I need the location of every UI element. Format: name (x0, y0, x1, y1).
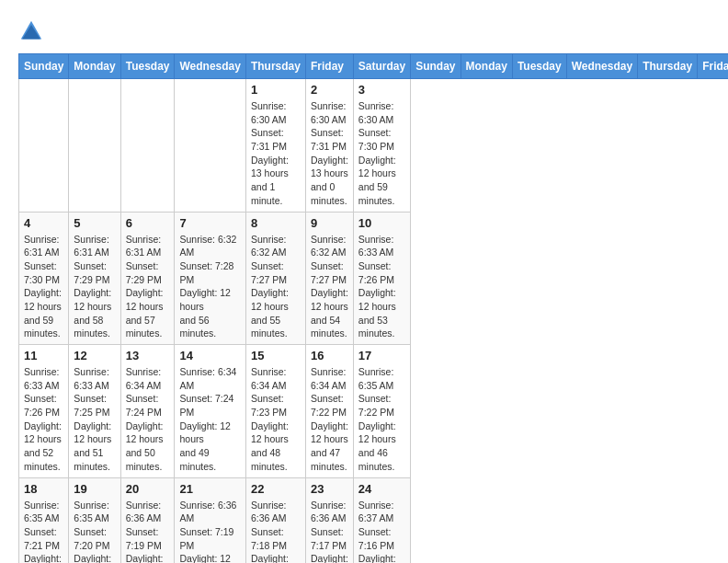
calendar-cell: 12Sunrise: 6:33 AM Sunset: 7:25 PM Dayli… (69, 345, 120, 478)
day-header-thursday: Thursday (245, 54, 305, 79)
day-number: 8 (251, 216, 301, 230)
calendar-week-row: 18Sunrise: 6:35 AM Sunset: 7:21 PM Dayli… (19, 477, 729, 563)
day-header-friday: Friday (698, 54, 728, 79)
svg-marker-1 (22, 25, 40, 39)
day-info: Sunrise: 6:30 AM Sunset: 7:30 PM Dayligh… (358, 99, 405, 208)
day-header-sunday: Sunday (19, 54, 69, 79)
day-info: Sunrise: 6:34 AM Sunset: 7:22 PM Dayligh… (311, 365, 348, 474)
calendar-cell: 2Sunrise: 6:30 AM Sunset: 7:31 PM Daylig… (305, 79, 353, 213)
day-number: 12 (74, 349, 115, 362)
day-info: Sunrise: 6:31 AM Sunset: 7:30 PM Dayligh… (24, 233, 63, 341)
calendar-cell: 3Sunrise: 6:30 AM Sunset: 7:30 PM Daylig… (353, 79, 410, 213)
day-header-monday: Monday (461, 54, 512, 79)
calendar-header-row: SundayMondayTuesdayWednesdayThursdayFrid… (19, 54, 729, 79)
day-header-tuesday: Tuesday (512, 54, 566, 79)
day-info: Sunrise: 6:34 AM Sunset: 7:24 PM Dayligh… (179, 365, 240, 474)
day-header-wednesday: Wednesday (566, 54, 637, 79)
calendar-cell (120, 79, 175, 213)
day-info: Sunrise: 6:37 AM Sunset: 7:16 PM Dayligh… (358, 499, 405, 564)
day-number: 2 (311, 83, 348, 97)
day-number: 18 (24, 482, 63, 496)
day-info: Sunrise: 6:35 AM Sunset: 7:20 PM Dayligh… (74, 499, 115, 564)
calendar-cell: 6Sunrise: 6:31 AM Sunset: 7:29 PM Daylig… (120, 212, 175, 345)
calendar-cell (175, 79, 245, 213)
calendar-cell (19, 79, 69, 213)
day-header-wednesday: Wednesday (175, 54, 245, 79)
day-number: 24 (358, 482, 405, 496)
calendar-cell: 9Sunrise: 6:32 AM Sunset: 7:27 PM Daylig… (305, 212, 353, 345)
day-info: Sunrise: 6:36 AM Sunset: 7:19 PM Dayligh… (126, 499, 170, 564)
calendar-cell: 19Sunrise: 6:35 AM Sunset: 7:20 PM Dayli… (69, 477, 120, 563)
day-info: Sunrise: 6:30 AM Sunset: 7:31 PM Dayligh… (311, 99, 348, 208)
calendar-cell: 10Sunrise: 6:33 AM Sunset: 7:26 PM Dayli… (353, 212, 410, 345)
day-number: 16 (311, 349, 348, 362)
calendar-week-row: 11Sunrise: 6:33 AM Sunset: 7:26 PM Dayli… (19, 345, 729, 478)
day-number: 20 (126, 482, 170, 496)
day-info: Sunrise: 6:32 AM Sunset: 7:27 PM Dayligh… (311, 233, 348, 341)
day-number: 1 (251, 83, 301, 97)
day-number: 7 (179, 216, 240, 230)
day-number: 6 (126, 216, 170, 230)
calendar-cell: 16Sunrise: 6:34 AM Sunset: 7:22 PM Dayli… (305, 345, 353, 478)
day-number: 17 (358, 349, 405, 362)
calendar-cell (69, 79, 120, 213)
calendar-week-row: 1Sunrise: 6:30 AM Sunset: 7:31 PM Daylig… (19, 79, 729, 213)
logo (18, 18, 50, 44)
day-info: Sunrise: 6:34 AM Sunset: 7:24 PM Dayligh… (126, 365, 170, 474)
calendar-cell: 18Sunrise: 6:35 AM Sunset: 7:21 PM Dayli… (19, 477, 69, 563)
day-info: Sunrise: 6:36 AM Sunset: 7:18 PM Dayligh… (251, 499, 301, 564)
day-info: Sunrise: 6:33 AM Sunset: 7:26 PM Dayligh… (358, 233, 405, 341)
calendar-cell: 13Sunrise: 6:34 AM Sunset: 7:24 PM Dayli… (120, 345, 175, 478)
day-number: 5 (74, 216, 115, 230)
calendar-cell: 22Sunrise: 6:36 AM Sunset: 7:18 PM Dayli… (245, 477, 305, 563)
calendar-cell: 5Sunrise: 6:31 AM Sunset: 7:29 PM Daylig… (69, 212, 120, 345)
day-info: Sunrise: 6:31 AM Sunset: 7:29 PM Dayligh… (126, 233, 170, 341)
day-number: 4 (24, 216, 63, 230)
calendar-cell: 11Sunrise: 6:33 AM Sunset: 7:26 PM Dayli… (19, 345, 69, 478)
day-header-thursday: Thursday (638, 54, 698, 79)
day-info: Sunrise: 6:32 AM Sunset: 7:27 PM Dayligh… (251, 233, 301, 341)
calendar-cell: 7Sunrise: 6:32 AM Sunset: 7:28 PM Daylig… (175, 212, 245, 345)
calendar-cell: 20Sunrise: 6:36 AM Sunset: 7:19 PM Dayli… (120, 477, 175, 563)
day-info: Sunrise: 6:36 AM Sunset: 7:19 PM Dayligh… (179, 499, 240, 564)
calendar-cell: 15Sunrise: 6:34 AM Sunset: 7:23 PM Dayli… (245, 345, 305, 478)
calendar-week-row: 4Sunrise: 6:31 AM Sunset: 7:30 PM Daylig… (19, 212, 729, 345)
day-number: 23 (311, 482, 348, 496)
day-info: Sunrise: 6:31 AM Sunset: 7:29 PM Dayligh… (74, 233, 115, 341)
calendar-cell: 14Sunrise: 6:34 AM Sunset: 7:24 PM Dayli… (175, 345, 245, 478)
calendar-cell: 4Sunrise: 6:31 AM Sunset: 7:30 PM Daylig… (19, 212, 69, 345)
calendar-table: SundayMondayTuesdayWednesdayThursdayFrid… (18, 53, 728, 563)
day-header-sunday: Sunday (411, 54, 461, 79)
day-number: 21 (179, 482, 240, 496)
day-info: Sunrise: 6:34 AM Sunset: 7:23 PM Dayligh… (251, 365, 301, 474)
day-header-monday: Monday (69, 54, 120, 79)
day-header-tuesday: Tuesday (120, 54, 175, 79)
day-number: 9 (311, 216, 348, 230)
calendar-cell: 23Sunrise: 6:36 AM Sunset: 7:17 PM Dayli… (305, 477, 353, 563)
calendar-cell: 8Sunrise: 6:32 AM Sunset: 7:27 PM Daylig… (245, 212, 305, 345)
day-number: 15 (251, 349, 301, 362)
calendar-cell: 21Sunrise: 6:36 AM Sunset: 7:19 PM Dayli… (175, 477, 245, 563)
day-info: Sunrise: 6:32 AM Sunset: 7:28 PM Dayligh… (179, 233, 240, 341)
day-info: Sunrise: 6:35 AM Sunset: 7:21 PM Dayligh… (24, 499, 63, 564)
day-info: Sunrise: 6:33 AM Sunset: 7:26 PM Dayligh… (24, 365, 63, 474)
calendar-cell: 1Sunrise: 6:30 AM Sunset: 7:31 PM Daylig… (245, 79, 305, 213)
calendar-cell: 24Sunrise: 6:37 AM Sunset: 7:16 PM Dayli… (353, 477, 410, 563)
logo-icon (18, 18, 44, 44)
day-number: 10 (358, 216, 405, 230)
page-header (18, 18, 710, 44)
day-number: 14 (179, 349, 240, 362)
day-number: 22 (251, 482, 301, 496)
day-header-friday: Friday (305, 54, 353, 79)
day-info: Sunrise: 6:30 AM Sunset: 7:31 PM Dayligh… (251, 99, 301, 208)
day-header-saturday: Saturday (353, 54, 410, 79)
day-number: 3 (358, 83, 405, 97)
day-number: 13 (126, 349, 170, 362)
day-info: Sunrise: 6:35 AM Sunset: 7:22 PM Dayligh… (358, 365, 405, 474)
day-number: 19 (74, 482, 115, 496)
calendar-cell: 17Sunrise: 6:35 AM Sunset: 7:22 PM Dayli… (353, 345, 410, 478)
day-info: Sunrise: 6:33 AM Sunset: 7:25 PM Dayligh… (74, 365, 115, 474)
day-number: 11 (24, 349, 63, 362)
day-info: Sunrise: 6:36 AM Sunset: 7:17 PM Dayligh… (311, 499, 348, 564)
